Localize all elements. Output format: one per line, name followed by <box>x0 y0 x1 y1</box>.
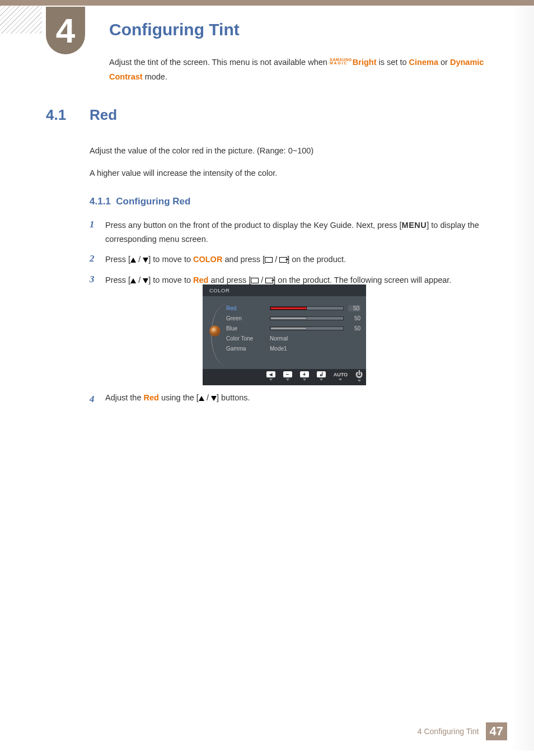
footer-page-number: 47 <box>486 722 507 740</box>
corner-hatch-decor <box>0 6 42 34</box>
section-number: 4.1 <box>46 106 66 124</box>
chapter-number: 4 <box>56 11 75 50</box>
osd-power-button[interactable]: ⏻ <box>355 370 363 382</box>
step3-text-a: Press [ <box>105 276 130 284</box>
osd-icon-column <box>209 303 224 356</box>
down-arrow-icon <box>143 278 148 283</box>
page-root: 4 Configuring Tint Adjust the tint of th… <box>0 0 534 756</box>
section-title: Red <box>90 106 117 124</box>
up-arrow-icon <box>199 396 204 401</box>
blue-value: 50 <box>348 325 360 332</box>
chapter-intro: Adjust the tint of the screen. This menu… <box>109 55 498 84</box>
down-arrow-icon <box>143 258 148 263</box>
gamma-value: Mode1 <box>270 346 287 352</box>
subsection-number: 4.1.1 <box>90 196 111 207</box>
blue-slider-fill[interactable] <box>270 327 307 330</box>
up-arrow-icon <box>130 278 136 283</box>
step2-text-a: Press [ <box>105 255 130 264</box>
subsection-heading: 4.1.1 Configuring Red <box>90 196 190 207</box>
step1-text-a: Press any button on the front of the pro… <box>105 221 402 230</box>
step3-text-c: and press [ <box>208 276 251 284</box>
osd-row-color-tone[interactable]: Color Tone <box>226 333 268 343</box>
step3-text-b: ] to move to <box>148 276 193 284</box>
step-1: 1 Press any button on the front of the p… <box>90 218 498 246</box>
step2-text-d: ] on the product. <box>287 255 346 264</box>
osd-value-column: 50 50 50 Normal Mode1 <box>268 303 360 356</box>
osd-bar-blue: 50 <box>270 323 360 333</box>
osd-plus-button[interactable]: + <box>300 371 309 381</box>
step-number: 4 <box>90 393 105 405</box>
step2-text-b: ] to move to <box>148 255 193 264</box>
green-value: 50 <box>348 315 360 321</box>
osd-bar-green: 50 <box>270 313 360 323</box>
osd-row-gamma[interactable]: Gamma <box>226 343 268 353</box>
chapter-badge: 4 <box>46 7 85 54</box>
step-number: 2 <box>90 253 105 265</box>
osd-bar-red: 50 <box>270 303 360 313</box>
red-menu-word: Red <box>193 276 208 284</box>
step-list: 1 Press any button on the front of the p… <box>90 218 498 294</box>
bright-word: Bright <box>353 58 377 67</box>
osd-row-red[interactable]: Red <box>226 303 268 313</box>
cinema-word: Cinema <box>409 58 438 67</box>
green-slider-fill[interactable] <box>270 317 307 320</box>
osd-title: COLOR <box>203 284 366 296</box>
red-slider-fill[interactable] <box>270 307 307 310</box>
step4-text-b: using the [ <box>159 393 199 402</box>
down-arrow-icon <box>211 396 217 401</box>
osd-colortone-row: Normal <box>270 333 360 343</box>
step-number: 1 <box>90 218 105 231</box>
step2-text-c: and press [ <box>222 255 265 264</box>
color-menu-word: COLOR <box>193 255 222 264</box>
intro-text-a: Adjust the tint of the screen. This menu… <box>109 58 330 67</box>
samsung-magic-prefix-icon: SAMSUNGMAGIC <box>330 58 352 66</box>
osd-back-button[interactable]: ◄ <box>266 371 275 381</box>
intro-text-c: or <box>438 58 450 67</box>
intro-text-b: is set to <box>377 58 409 67</box>
osd-footer: ◄ − + ↲ AUTO ⏻ <box>203 369 366 385</box>
top-border-bar <box>0 0 534 6</box>
osd-gamma-row: Mode1 <box>270 343 360 353</box>
section-para-2: A higher value will increase the intensi… <box>90 167 498 180</box>
red-word: Red <box>144 393 159 402</box>
osd-minus-button[interactable]: − <box>283 371 292 381</box>
step-number: 3 <box>90 273 105 286</box>
step4-text-a: Adjust the <box>105 393 144 402</box>
footer-chapter-label: 4 Configuring Tint <box>418 727 479 736</box>
chapter-title: Configuring Tint <box>109 20 240 39</box>
osd-auto-button[interactable]: AUTO <box>334 372 348 381</box>
osd-enter-button[interactable]: ↲ <box>317 371 326 381</box>
step4-text-c: ] buttons. <box>217 393 250 402</box>
page-edge-shadow <box>510 6 534 750</box>
osd-row-green[interactable]: Green <box>226 313 268 323</box>
page-footer: 4 Configuring Tint 47 <box>418 722 507 740</box>
color-palette-icon <box>209 325 221 337</box>
up-arrow-icon <box>130 258 136 263</box>
source-icon <box>265 257 273 263</box>
enter-icon <box>279 257 287 263</box>
step-4: 4 Adjust the Red using the [ / ] buttons… <box>90 393 498 405</box>
step3-text-d: ] on the product. The following screen w… <box>273 276 451 284</box>
osd-row-blue[interactable]: Blue <box>226 323 268 333</box>
intro-text-d: mode. <box>143 72 167 81</box>
osd-body: Red Green Blue Color Tone Gamma 50 50 50 <box>203 296 366 369</box>
section-para-1: Adjust the value of the color red in the… <box>90 144 498 157</box>
menu-key-label: MENU <box>402 221 427 230</box>
step-2: 2 Press [ / ] to move to COLOR and press… <box>90 253 498 267</box>
color-tone-value: Normal <box>270 335 288 342</box>
enter-icon <box>265 278 273 283</box>
source-icon <box>251 278 259 283</box>
osd-menu: COLOR Red Green Blue Color Tone Gamma 50 <box>203 284 366 385</box>
red-value: 50 <box>348 305 360 311</box>
subsection-title-text: Configuring Red <box>116 196 190 207</box>
